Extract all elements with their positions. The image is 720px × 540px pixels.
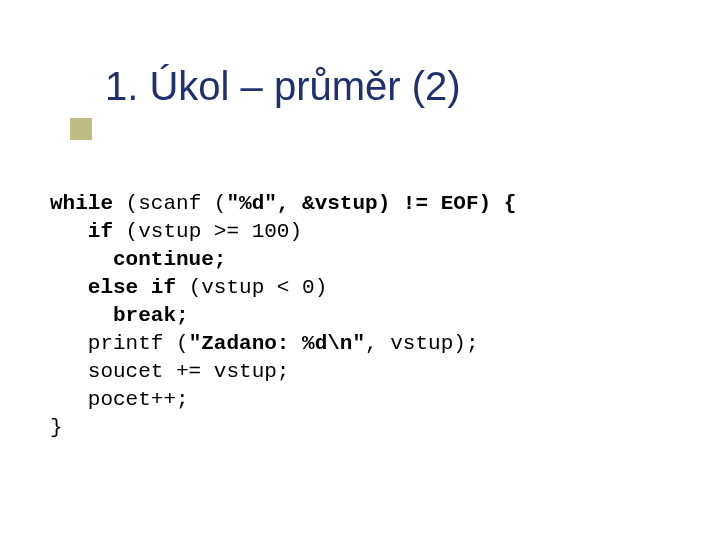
- code-text: (vstup >= 100): [113, 220, 302, 243]
- code-text: soucet += vstup;: [50, 360, 289, 383]
- slide-title: 1. Úkol – průměr (2): [105, 64, 461, 109]
- code-text: (scanf (: [113, 192, 226, 215]
- title-accent-square: [70, 118, 92, 140]
- code-text: printf (: [50, 332, 189, 355]
- code-text: , vstup);: [365, 332, 478, 355]
- code-text: pocet++;: [50, 388, 189, 411]
- code-block: while (scanf ("%d", &vstup) != EOF) { if…: [50, 190, 516, 442]
- code-text: }: [50, 416, 63, 439]
- kw-continue: continue;: [50, 248, 226, 271]
- code-text-bold: "%d", &vstup) != EOF) {: [226, 192, 516, 215]
- kw-if: if: [50, 220, 113, 243]
- slide: 1. Úkol – průměr (2) while (scanf ("%d",…: [0, 0, 720, 540]
- kw-while: while: [50, 192, 113, 215]
- kw-break: break;: [50, 304, 189, 327]
- kw-else-if: else if: [50, 276, 176, 299]
- title-wrap: 1. Úkol – průměr (2): [105, 64, 461, 109]
- string-literal: "Zadano: %d\n": [189, 332, 365, 355]
- code-text: (vstup < 0): [176, 276, 327, 299]
